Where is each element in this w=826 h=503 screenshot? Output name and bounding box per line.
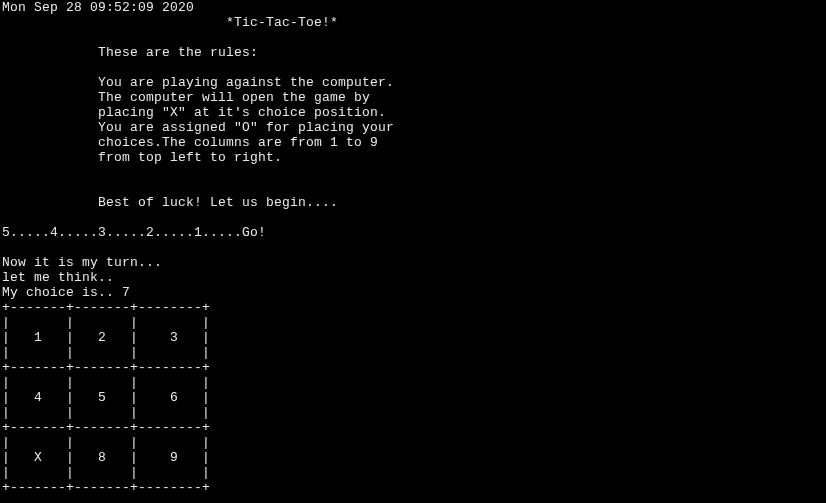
timestamp: Mon Sep 28 09:52:09 2020 xyxy=(2,0,194,15)
rules-line: from top left to right. xyxy=(98,150,282,165)
board-line: +-------+-------+--------+ xyxy=(2,420,210,435)
rules-line: The computer will open the game by xyxy=(98,90,370,105)
board-line: | | | | xyxy=(2,345,210,360)
rules-line: placing "X" at it's choice position. xyxy=(98,105,386,120)
board-line: | 1 | 2 | 3 | xyxy=(2,330,210,345)
good-luck: Best of luck! Let us begin.... xyxy=(98,195,338,210)
game-title: *Tic-Tac-Toe!* xyxy=(226,15,338,30)
board-line: | | | | xyxy=(2,435,210,450)
turn-line: Now it is my turn... xyxy=(2,255,162,270)
terminal-output: Mon Sep 28 09:52:09 2020 *Tic-Tac-Toe!* … xyxy=(0,0,826,495)
board-line: | | | | xyxy=(2,315,210,330)
board-line: +-------+-------+--------+ xyxy=(2,360,210,375)
board-line: | | | | xyxy=(2,375,210,390)
board-line: +-------+-------+--------+ xyxy=(2,300,210,315)
rules-line: You are assigned "O" for placing your xyxy=(98,120,394,135)
rules-header: These are the rules: xyxy=(98,45,258,60)
rules-line: choices.The columns are from 1 to 9 xyxy=(98,135,378,150)
board-line: | | | | xyxy=(2,405,210,420)
countdown: 5.....4.....3.....2.....1.....Go! xyxy=(2,225,266,240)
rules-line: You are playing against the computer. xyxy=(98,75,394,90)
turn-line: let me think.. xyxy=(2,270,114,285)
board-line: | | | | xyxy=(2,465,210,480)
board-line: +-------+-------+--------+ xyxy=(2,480,210,495)
board-line: | 4 | 5 | 6 | xyxy=(2,390,210,405)
turn-line: My choice is.. 7 xyxy=(2,285,130,300)
board-line: | X | 8 | 9 | xyxy=(2,450,210,465)
